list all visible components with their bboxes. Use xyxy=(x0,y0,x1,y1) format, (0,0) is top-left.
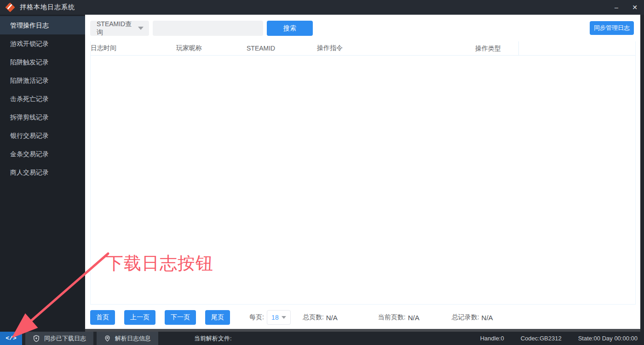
right-edge-strip xyxy=(640,15,644,332)
close-button[interactable]: ✕ xyxy=(626,0,644,15)
total-pages-value: N/A xyxy=(326,314,338,322)
toolbar: STEAMID查询 搜索 同步管理日志 xyxy=(90,21,636,36)
statusbar-right-info: Handle:0 Codec:GB2312 State:00 Day 00:00… xyxy=(480,332,644,345)
location-pin-icon xyxy=(104,335,111,342)
search-input[interactable] xyxy=(153,21,263,36)
codec-status: Codec:GB2312 xyxy=(521,335,562,342)
total-pages: 总页数: N/A xyxy=(303,313,338,322)
current-page-label: 当前页数: xyxy=(378,313,406,322)
filter-type-select[interactable]: STEAMID查询 xyxy=(90,21,149,36)
sync-admin-log-button[interactable]: 同步管理日志 xyxy=(590,21,634,35)
sidebar-item-admin-op-log[interactable]: 管理操作日志 xyxy=(0,16,85,34)
total-pages-label: 总页数: xyxy=(303,313,324,322)
log-table: 日志时间 玩家昵称 STEAMID 操作指令 操作类型 xyxy=(90,41,636,305)
table-body-empty xyxy=(91,56,635,304)
total-records-label: 总记录数: xyxy=(452,313,479,322)
sidebar-item-merchant-trade-log[interactable]: 商人交易记录 xyxy=(0,163,85,181)
sidebar-item-trap-trigger-log[interactable]: 陷阱触发记录 xyxy=(0,53,85,71)
search-button[interactable]: 搜索 xyxy=(267,21,313,36)
sidebar-item-trap-activate-log[interactable]: 陷阱激活记录 xyxy=(0,71,85,90)
total-records: 总记录数: N/A xyxy=(452,313,493,322)
app-logo-icon xyxy=(5,2,15,12)
status-bar: </> 同步已下载日志 解析日志信息 当前解析文件: Handle:0 Code… xyxy=(0,332,644,345)
sidebar-item-kill-death-log[interactable]: 击杀死亡记录 xyxy=(0,90,85,108)
first-page-button[interactable]: 首页 xyxy=(90,310,115,325)
last-page-button[interactable]: 尾页 xyxy=(205,310,230,325)
current-parse-file-label: 当前解析文件: xyxy=(194,332,232,345)
sidebar-item-defuse-log[interactable]: 拆弹剪线记录 xyxy=(0,108,85,126)
window-controls: – ✕ xyxy=(607,0,644,15)
sidebar-item-lockpick-log[interactable]: 游戏开锁记录 xyxy=(0,34,85,53)
col-header-steamid: STEAMID xyxy=(247,45,317,52)
main-content: STEAMID查询 搜索 同步管理日志 日志时间 玩家昵称 STEAMID 操作… xyxy=(85,15,640,332)
col-header-player-name: 玩家昵称 xyxy=(176,44,247,52)
minimize-button[interactable]: – xyxy=(607,0,626,15)
sync-downloaded-label: 同步已下载日志 xyxy=(44,334,86,343)
app-title: 拌格本地日志系统 xyxy=(20,3,75,11)
sidebar-item-bank-trade-log[interactable]: 银行交易记录 xyxy=(0,126,85,145)
per-page-value: 18 xyxy=(271,314,279,321)
code-icon: </> xyxy=(6,335,16,342)
chevron-down-icon xyxy=(138,27,144,30)
col-header-op-type: 操作类型 xyxy=(475,41,519,56)
parse-log-info-button[interactable]: 解析日志信息 xyxy=(97,332,158,345)
table-header-row: 日志时间 玩家昵称 STEAMID 操作指令 操作类型 xyxy=(91,41,635,56)
total-records-value: N/A xyxy=(482,314,493,322)
per-page-label: 每页: xyxy=(249,313,264,322)
pagination-bar: 首页 上一页 下一页 尾页 每页: 18 总页数: N/A 当前页数: N/A … xyxy=(90,310,636,325)
state-status: State:00 Day 00:00:00 xyxy=(578,335,638,342)
next-page-button[interactable]: 下一页 xyxy=(165,310,196,325)
sidebar-item-gold-trade-log[interactable]: 金条交易记录 xyxy=(0,145,85,163)
download-log-button[interactable]: </> xyxy=(0,332,22,345)
sync-downloaded-logs-button[interactable]: 同步已下载日志 xyxy=(25,332,93,345)
chevron-down-icon xyxy=(282,316,286,319)
handle-status: Handle:0 xyxy=(480,335,504,342)
col-header-log-time: 日志时间 xyxy=(91,44,176,52)
col-header-command: 操作指令 xyxy=(317,44,475,52)
parse-info-label: 解析日志信息 xyxy=(115,334,151,343)
prev-page-button[interactable]: 上一页 xyxy=(124,310,155,325)
sidebar: 管理操作日志 游戏开锁记录 陷阱触发记录 陷阱激活记录 击杀死亡记录 拆弹剪线记… xyxy=(0,15,85,332)
current-page: 当前页数: N/A xyxy=(378,313,420,322)
shield-plus-icon xyxy=(33,335,40,342)
filter-type-value: STEAMID查询 xyxy=(97,20,138,37)
window-titlebar: 拌格本地日志系统 – ✕ xyxy=(0,0,644,15)
per-page-select[interactable]: 18 xyxy=(267,310,291,325)
current-page-value: N/A xyxy=(408,314,420,322)
